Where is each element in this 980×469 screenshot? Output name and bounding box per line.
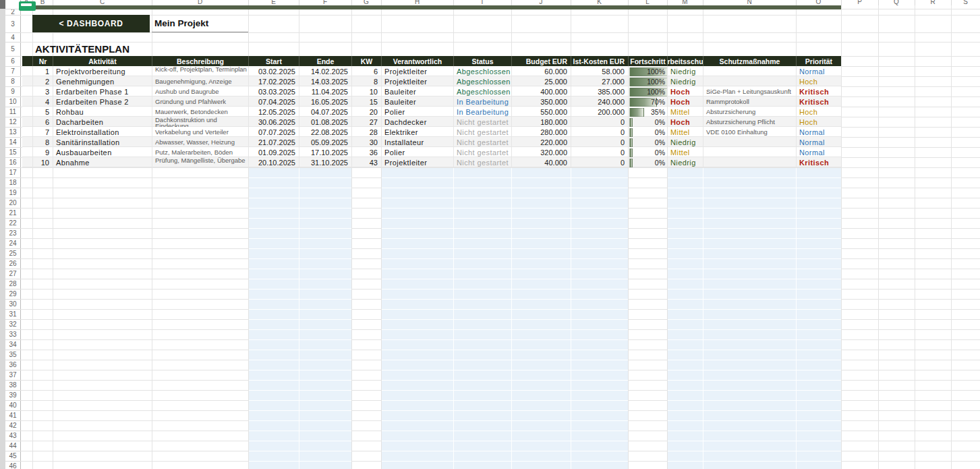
cell-kw[interactable]: 36 bbox=[351, 147, 381, 157]
cell-beschreibung[interactable]: Mauerwerk, Betondecken bbox=[152, 107, 248, 117]
cell-verantwortlich[interactable]: Elektriker bbox=[381, 127, 453, 137]
header-start[interactable]: Start bbox=[248, 56, 299, 66]
cell-kw[interactable]: 43 bbox=[351, 157, 381, 167]
cell-schutzmassnahme[interactable]: VDE 0100 Einhaltung bbox=[703, 127, 796, 137]
cell-beschreibung[interactable]: Gründung und Pfahlwerk bbox=[152, 96, 248, 107]
cell-nr[interactable]: 7 bbox=[32, 127, 53, 137]
cell-budget[interactable]: 40.000 bbox=[511, 157, 571, 167]
cell-budget[interactable]: 25.000 bbox=[511, 76, 571, 86]
project-title-cell[interactable]: Mein Projekt bbox=[152, 15, 248, 32]
row-header-number[interactable]: 17 bbox=[5, 167, 20, 177]
row-header-number[interactable]: 22 bbox=[5, 218, 20, 228]
column-header-letter[interactable]: M bbox=[667, 0, 703, 5]
cell-budget[interactable]: 280.000 bbox=[511, 127, 571, 137]
cell-nr[interactable]: 8 bbox=[32, 137, 53, 147]
cell-ist_kosten[interactable]: 0 bbox=[571, 147, 628, 157]
row-header-number[interactable]: 44 bbox=[5, 441, 20, 451]
cell-ende[interactable]: 05.09.2025 bbox=[299, 137, 351, 147]
cell-beschreibung[interactable]: Kick-off, Projektplan, Terminplan bbox=[152, 66, 248, 76]
cell-schutzmassnahme[interactable]: Absturzsicherung bbox=[703, 107, 796, 117]
cell-verantwortlich[interactable]: Projektleiter bbox=[381, 157, 453, 167]
cell-schutzmassnahme[interactable] bbox=[703, 66, 796, 76]
row-header-number[interactable]: 3 bbox=[5, 15, 20, 32]
cell-status[interactable]: Nicht gestartet bbox=[453, 127, 511, 137]
cell-arbeitsschutz[interactable]: Hoch bbox=[667, 117, 703, 127]
row-header-number[interactable]: 32 bbox=[5, 319, 20, 329]
cell-aktivitaet[interactable]: Ausbauarbeiten bbox=[53, 147, 152, 157]
cell-arbeitsschutz[interactable]: Mittel bbox=[667, 127, 703, 137]
cell-budget[interactable]: 320.000 bbox=[511, 147, 571, 157]
cell-start[interactable]: 30.06.2025 bbox=[248, 117, 299, 127]
cell-arbeitsschutz[interactable]: Niedrig bbox=[667, 76, 703, 86]
cell-start[interactable]: 07.04.2025 bbox=[248, 96, 299, 107]
row-header-number[interactable]: 27 bbox=[5, 269, 20, 279]
header-prioritaet[interactable]: Priorität bbox=[796, 56, 841, 66]
row-header-number[interactable]: 31 bbox=[5, 309, 20, 319]
cell-ende[interactable]: 17.10.2025 bbox=[299, 147, 351, 157]
cell-nr[interactable]: 6 bbox=[32, 117, 53, 127]
cell-verantwortlich[interactable]: Projektleiter bbox=[381, 76, 453, 86]
cell-aktivitaet[interactable]: Sanitärinstallation bbox=[53, 137, 152, 147]
row-header-number[interactable]: 35 bbox=[5, 350, 20, 360]
row-header-number[interactable]: 34 bbox=[5, 339, 20, 350]
cell-arbeitsschutz[interactable]: Mittel bbox=[667, 107, 703, 117]
cell-kw[interactable]: 20 bbox=[351, 107, 381, 117]
row-header-number[interactable]: 25 bbox=[5, 248, 20, 258]
cell-nr[interactable]: 2 bbox=[32, 76, 53, 86]
column-header-letter[interactable]: C bbox=[53, 0, 152, 5]
cell-fortschritt[interactable]: 0% bbox=[628, 147, 667, 157]
row-header-number[interactable]: 41 bbox=[5, 410, 20, 420]
cell-beschreibung[interactable]: Prüfung, Mängelliste, Übergabe bbox=[152, 157, 248, 167]
cell-beschreibung[interactable]: Baugenehmigung, Anzeige bbox=[152, 76, 248, 86]
column-header-letter[interactable]: H bbox=[381, 0, 453, 5]
row-header-number[interactable]: 15 bbox=[5, 147, 20, 157]
cell-ist_kosten[interactable]: 385.000 bbox=[571, 86, 628, 96]
cell-prioritaet[interactable]: Normal bbox=[796, 137, 841, 147]
cell-aktivitaet[interactable]: Elektroinstallation bbox=[53, 127, 152, 137]
cell-fortschritt[interactable]: 35% bbox=[628, 107, 667, 117]
cell-status[interactable]: Nicht gestartet bbox=[453, 137, 511, 147]
cell-arbeitsschutz[interactable]: Mittel bbox=[667, 147, 703, 157]
cell-prioritaet[interactable]: Hoch bbox=[796, 107, 841, 117]
cell-beschreibung[interactable]: Dachkonstruktion und Eindeckung bbox=[152, 117, 248, 127]
cell-nr[interactable]: 5 bbox=[32, 107, 53, 117]
cell-schutzmassnahme[interactable] bbox=[703, 157, 796, 167]
cell-verantwortlich[interactable]: Dachdecker bbox=[381, 117, 453, 127]
cell-fortschritt[interactable]: 100% bbox=[628, 66, 667, 76]
cell-nr[interactable]: 3 bbox=[32, 86, 53, 96]
cell-ist_kosten[interactable]: 200.000 bbox=[571, 107, 628, 117]
row-header-number[interactable]: 26 bbox=[5, 258, 20, 269]
cell-start[interactable]: 07.07.2025 bbox=[248, 127, 299, 137]
cell-kw[interactable]: 6 bbox=[351, 66, 381, 76]
row-header-number[interactable]: 8 bbox=[5, 76, 20, 86]
cell-schutzmassnahme[interactable]: Rammprotokoll bbox=[703, 96, 796, 107]
header-schutzmassnahme[interactable]: Schutzmaßnahme bbox=[703, 56, 796, 66]
cell-start[interactable]: 03.03.2025 bbox=[248, 86, 299, 96]
cell-start[interactable]: 12.05.2025 bbox=[248, 107, 299, 117]
cell-verantwortlich[interactable]: Installateur bbox=[381, 137, 453, 147]
cell-verantwortlich[interactable]: Polier bbox=[381, 147, 453, 157]
column-header-letter[interactable]: S bbox=[951, 0, 980, 5]
column-header-letter[interactable]: K bbox=[571, 0, 628, 5]
header-aktivitaet[interactable]: Aktivität bbox=[53, 56, 152, 66]
cell-prioritaet[interactable]: Kritisch bbox=[796, 86, 841, 96]
cell-ende[interactable]: 14.03.2025 bbox=[299, 76, 351, 86]
row-header-number[interactable]: 43 bbox=[5, 431, 20, 441]
cell-kw[interactable]: 10 bbox=[351, 86, 381, 96]
row-header-number[interactable]: 14 bbox=[5, 137, 20, 147]
cell-nr[interactable]: 10 bbox=[32, 157, 53, 167]
row-header-number[interactable]: 2 bbox=[5, 9, 20, 15]
cell-ist_kosten[interactable]: 0 bbox=[571, 117, 628, 127]
header-status[interactable]: Status bbox=[453, 56, 511, 66]
cell-prioritaet[interactable]: Normal bbox=[796, 147, 841, 157]
column-header-letter[interactable]: D bbox=[152, 0, 248, 5]
cell-aktivitaet[interactable]: Dacharbeiten bbox=[53, 117, 152, 127]
cell-ende[interactable]: 11.04.2025 bbox=[299, 86, 351, 96]
column-header-letter[interactable]: G bbox=[351, 0, 381, 5]
cell-start[interactable]: 03.02.2025 bbox=[248, 66, 299, 76]
column-header-letter[interactable]: I bbox=[453, 0, 511, 5]
row-header-number[interactable]: 39 bbox=[5, 390, 20, 400]
cell-aktivitaet[interactable]: Erdarbeiten Phase 2 bbox=[53, 96, 152, 107]
cell-prioritaet[interactable]: Normal bbox=[796, 66, 841, 76]
cell-kw[interactable]: 8 bbox=[351, 76, 381, 86]
